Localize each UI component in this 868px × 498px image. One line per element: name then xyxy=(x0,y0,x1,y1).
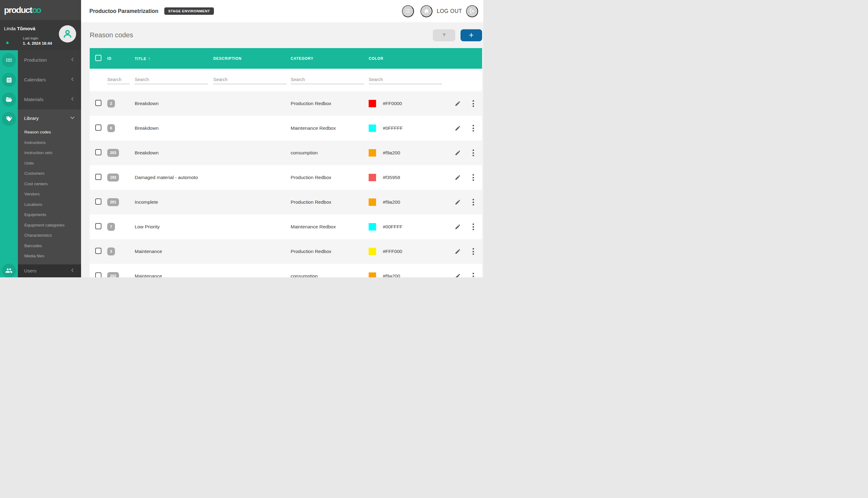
edit-button[interactable] xyxy=(455,199,461,205)
color-hex: #f9a200 xyxy=(383,273,400,277)
column-header-title[interactable]: TITLE↑ xyxy=(131,56,210,61)
sidebar-item-materials[interactable]: Materials xyxy=(18,90,81,109)
more-menu-icon[interactable] xyxy=(473,273,474,277)
tags-icon xyxy=(6,116,12,122)
sidebar: productoo Linda Tůmová Last login: 1. 4.… xyxy=(0,0,81,277)
search-row xyxy=(90,69,482,91)
search-input-description[interactable] xyxy=(213,76,287,84)
logout-button[interactable] xyxy=(466,5,478,17)
column-label: TITLE xyxy=(135,57,146,61)
column-header-category[interactable]: CATEGORY xyxy=(287,56,365,61)
row-title: Maintenance xyxy=(131,249,210,254)
materials-icon[interactable] xyxy=(2,92,16,107)
pencil-icon xyxy=(455,248,461,254)
folder-open-icon xyxy=(5,96,12,103)
pencil-icon xyxy=(455,273,461,277)
edit-button[interactable] xyxy=(455,125,461,131)
reason-codes-table: ID TITLE↑ DESCRIPTION CATEGORY COLOR xyxy=(90,48,482,277)
sidebar-item-library[interactable]: Library xyxy=(18,109,81,127)
home-button[interactable] xyxy=(420,5,432,17)
more-menu-icon[interactable] xyxy=(473,100,474,107)
chevron-left-icon xyxy=(70,96,75,103)
users-icon[interactable] xyxy=(2,263,16,277)
row-checkbox[interactable] xyxy=(95,149,102,155)
color-hex: #f35958 xyxy=(383,175,400,180)
pencil-icon xyxy=(455,125,461,131)
sidebar-item-equipments[interactable]: Equipments xyxy=(18,210,81,220)
search-input-id[interactable] xyxy=(107,76,130,84)
row-checkbox[interactable] xyxy=(95,248,102,254)
sidebar-item-customers[interactable]: Customers xyxy=(18,168,81,179)
row-checkbox[interactable] xyxy=(95,223,102,229)
sidebar-item-production[interactable]: Production xyxy=(18,50,81,70)
sidebar-item-characteristics[interactable]: Characteristics xyxy=(18,230,81,241)
row-id-badge: 7 xyxy=(107,223,115,231)
more-menu-icon[interactable] xyxy=(473,125,474,132)
page-actions xyxy=(433,29,482,41)
search-input-category[interactable] xyxy=(291,76,364,84)
calendars-icon[interactable] xyxy=(2,73,16,87)
sidebar-item-units[interactable]: Units xyxy=(18,158,81,169)
logo-bar: productoo xyxy=(0,0,81,20)
edit-button[interactable] xyxy=(455,248,461,254)
last-login: Last login: 1. 4. 2024 16:44 xyxy=(23,36,52,45)
more-menu-icon[interactable] xyxy=(473,248,474,255)
sidebar-item-users[interactable]: Users xyxy=(18,264,81,278)
last-login-value: 1. 4. 2024 16:44 xyxy=(23,41,52,45)
sidebar-item-media-files[interactable]: Media files xyxy=(18,251,81,261)
logo-oo: oo xyxy=(32,5,40,15)
sidebar-item-instruction-sets[interactable]: Instruction sets xyxy=(18,148,81,158)
sidebar-item-locations[interactable]: Locations xyxy=(18,199,81,210)
search-input-title[interactable] xyxy=(135,76,208,84)
edit-button[interactable] xyxy=(455,150,461,156)
row-checkbox[interactable] xyxy=(95,198,102,205)
productoo-logo: productoo xyxy=(4,5,40,15)
table-row: 2BreakdownProduction Redbox#FF0000 xyxy=(90,91,482,116)
library-icon[interactable] xyxy=(2,112,16,126)
sidebar-item-vendors[interactable]: Vendors xyxy=(18,189,81,199)
row-category: consumption xyxy=(287,150,365,156)
column-header-color[interactable]: COLOR xyxy=(365,56,441,61)
chevron-left-icon xyxy=(70,57,75,63)
sidebar-item-equipment-categories[interactable]: Equipment categories xyxy=(18,220,81,231)
row-category: Maintenance Redbox xyxy=(287,224,365,230)
user-area: Linda Tůmová Last login: 1. 4. 2024 16:4… xyxy=(0,20,81,50)
row-checkbox[interactable] xyxy=(95,100,102,106)
edit-button[interactable] xyxy=(455,174,461,181)
row-checkbox[interactable] xyxy=(95,124,102,131)
topbar-actions: LOG OUT xyxy=(402,5,478,17)
sidebar-item-instructions[interactable]: Instructions xyxy=(18,137,81,148)
main-area: Productoo Parametrization STAGE ENVIRONM… xyxy=(81,0,483,277)
row-checkbox[interactable] xyxy=(95,174,102,180)
more-menu-icon[interactable] xyxy=(473,149,474,156)
logout-label[interactable]: LOG OUT xyxy=(437,8,462,14)
sidebar-item-barcodes[interactable]: Barcodes xyxy=(18,241,81,251)
color-hex: #0FFFFF xyxy=(383,126,403,131)
row-id-badge: 2 xyxy=(107,100,115,107)
row-checkbox[interactable] xyxy=(95,272,102,277)
add-button[interactable] xyxy=(461,29,482,41)
column-header-description[interactable]: DESCRIPTION xyxy=(210,56,287,61)
edit-button[interactable] xyxy=(455,273,461,277)
select-all-checkbox[interactable] xyxy=(95,55,102,61)
sidebar-item-label: Materials xyxy=(24,97,43,102)
user-name: Linda Tůmová xyxy=(4,26,36,31)
color-swatch xyxy=(369,149,376,157)
sidebar-item-reason-codes[interactable]: Reason codes xyxy=(18,127,81,137)
color-hex: #00FFFF xyxy=(383,224,403,230)
filter-button[interactable] xyxy=(433,29,455,41)
column-header-id[interactable]: ID xyxy=(104,56,131,61)
sidebar-item-cost-centers[interactable]: Cost centers xyxy=(18,179,81,189)
search-input-color[interactable] xyxy=(369,76,442,84)
more-menu-icon[interactable] xyxy=(473,174,474,181)
more-menu-icon[interactable] xyxy=(473,199,474,206)
edit-button[interactable] xyxy=(455,224,461,230)
sidebar-item-calendars[interactable]: Calendars xyxy=(18,70,81,90)
edit-button[interactable] xyxy=(455,101,461,107)
pencil-icon xyxy=(455,101,461,107)
people-icon xyxy=(5,267,13,274)
more-menu-icon[interactable] xyxy=(473,223,474,230)
production-icon[interactable] xyxy=(2,53,16,67)
row-title: Breakdown xyxy=(131,150,210,156)
list-menu-button[interactable] xyxy=(402,5,414,17)
